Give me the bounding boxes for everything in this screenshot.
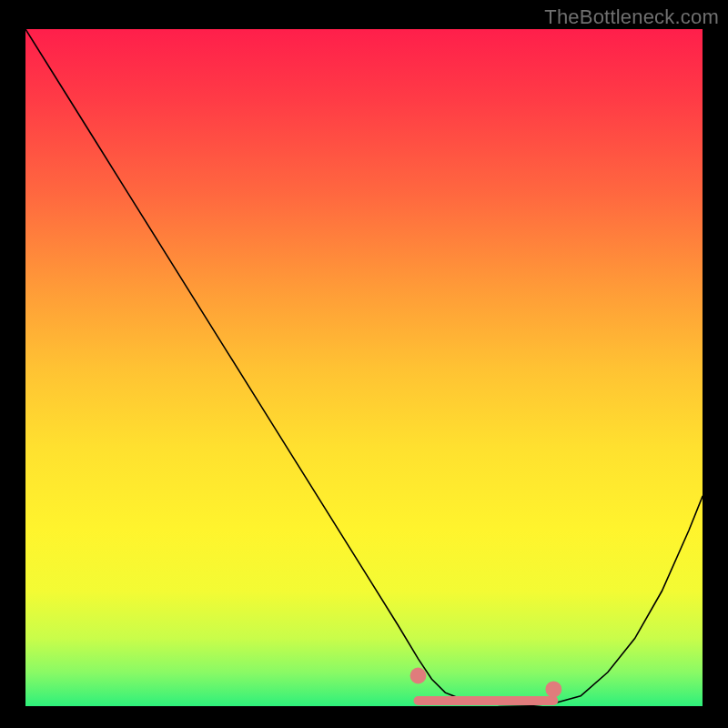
bottleneck-curve-path bbox=[25, 29, 703, 705]
plot-area bbox=[25, 29, 703, 706]
chart-svg bbox=[25, 29, 703, 706]
watermark-text: TheBottleneck.com bbox=[544, 5, 719, 29]
chart-wrapper: TheBottleneck.com bbox=[0, 0, 728, 728]
highlight-endpoint-right bbox=[545, 681, 561, 697]
highlight-endpoint-left bbox=[410, 668, 427, 684]
